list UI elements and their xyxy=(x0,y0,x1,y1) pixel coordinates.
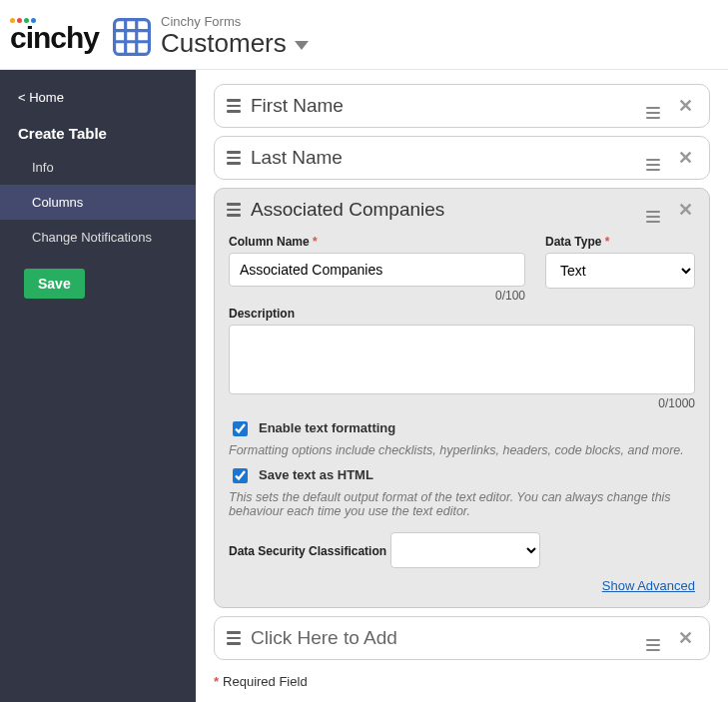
drag-handle-icon[interactable] xyxy=(227,631,241,645)
save-button[interactable]: Save xyxy=(24,269,85,299)
data-type-select[interactable]: Text xyxy=(545,253,695,289)
column-title: Associated Companies xyxy=(251,199,632,221)
column-panel-body: Column Name * 0/100 Data Type * Text xyxy=(215,231,709,607)
panel-delete-icon[interactable]: ✕ xyxy=(674,147,697,169)
panel-menu-icon[interactable] xyxy=(642,197,664,223)
column-title: Last Name xyxy=(251,147,632,169)
brand-logo: cinchy xyxy=(10,18,99,55)
drag-handle-icon[interactable] xyxy=(227,99,241,113)
column-panel-header[interactable]: Associated Companies ✕ xyxy=(215,189,709,231)
column-panel-last-name[interactable]: Last Name ✕ xyxy=(214,136,710,180)
column-panel-first-name[interactable]: First Name ✕ xyxy=(214,84,710,128)
enable-formatting-row: Enable text formatting xyxy=(229,420,695,439)
sidebar-item-change-notifications[interactable]: Change Notifications xyxy=(0,220,196,255)
drag-handle-icon[interactable] xyxy=(227,203,241,217)
show-advanced-link[interactable]: Show Advanced xyxy=(602,578,695,593)
add-column-label: Click Here to Add xyxy=(251,627,632,649)
sidebar: < Home Create Table Info Columns Change … xyxy=(0,70,196,702)
column-panel-add[interactable]: Click Here to Add ✕ xyxy=(214,616,710,660)
page-title: Customers xyxy=(161,29,287,58)
page-title-block: Cinchy Forms Customers xyxy=(161,15,309,58)
logo-text: cinchy xyxy=(10,21,99,55)
sidebar-home-link[interactable]: < Home xyxy=(0,80,196,115)
column-panel-associated-companies: Associated Companies ✕ Column Name * 0/1… xyxy=(214,188,710,608)
sidebar-item-columns[interactable]: Columns xyxy=(0,185,196,220)
column-name-input[interactable] xyxy=(229,253,525,287)
dsc-label: Data Security Classification xyxy=(229,544,386,558)
save-html-checkbox[interactable] xyxy=(233,468,248,483)
column-title: First Name xyxy=(251,95,632,117)
description-counter: 0/1000 xyxy=(229,396,695,410)
sidebar-heading: Create Table xyxy=(0,115,196,150)
data-type-label: Data Type * xyxy=(545,235,695,249)
column-name-counter: 0/100 xyxy=(229,289,525,303)
show-advanced-row: Show Advanced xyxy=(229,578,695,593)
panel-menu-icon[interactable] xyxy=(642,145,664,171)
description-label: Description xyxy=(229,307,695,321)
panel-delete-icon[interactable]: ✕ xyxy=(674,627,697,649)
description-textarea[interactable] xyxy=(229,325,695,394)
required-footnote: *Required Field xyxy=(214,674,710,689)
enable-formatting-checkbox[interactable] xyxy=(233,421,248,436)
save-html-hint: This sets the default output format of t… xyxy=(229,490,695,518)
chevron-down-icon xyxy=(295,41,309,50)
save-html-label: Save text as HTML xyxy=(259,467,373,482)
breadcrumb-context: Cinchy Forms xyxy=(161,15,309,29)
enable-formatting-label: Enable text formatting xyxy=(259,420,395,435)
enable-formatting-hint: Formatting options include checklists, h… xyxy=(229,443,695,457)
dsc-select[interactable] xyxy=(390,532,540,568)
main-content: First Name ✕ Last Name ✕ Associated Comp… xyxy=(196,70,728,702)
panel-delete-icon[interactable]: ✕ xyxy=(674,199,697,221)
table-grid-icon xyxy=(113,18,151,56)
app-header: cinchy Cinchy Forms Customers xyxy=(0,0,728,70)
drag-handle-icon[interactable] xyxy=(227,151,241,165)
panel-delete-icon[interactable]: ✕ xyxy=(674,95,697,117)
save-html-row: Save text as HTML xyxy=(229,467,695,486)
page-title-dropdown[interactable]: Customers xyxy=(161,29,309,58)
panel-menu-icon[interactable] xyxy=(642,625,664,651)
panel-menu-icon[interactable] xyxy=(642,93,664,119)
svg-rect-0 xyxy=(115,19,150,54)
column-name-label: Column Name * xyxy=(229,235,525,249)
sidebar-item-info[interactable]: Info xyxy=(0,150,196,185)
